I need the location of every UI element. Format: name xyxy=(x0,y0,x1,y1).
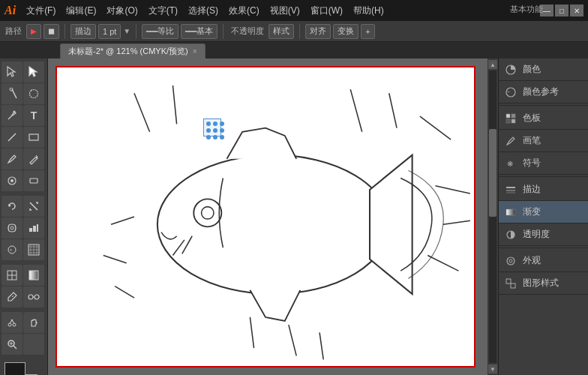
stroke-width-btn[interactable]: 1 pt xyxy=(98,24,121,39)
panel-color-label: 颜色 xyxy=(523,63,541,76)
add-btn[interactable]: + xyxy=(361,24,374,39)
svg-marker-1 xyxy=(29,67,37,76)
panel-swatches[interactable]: 色板 xyxy=(499,107,588,130)
window-controls: — □ ✕ xyxy=(540,4,584,16)
svg-point-55 xyxy=(194,199,221,226)
tool-direct-select[interactable] xyxy=(23,62,44,82)
tool-blend[interactable] xyxy=(23,286,44,308)
panel-appearance[interactable]: 外观 xyxy=(499,250,588,272)
document-tab[interactable]: 未标题-2* @ 121% (CMYK/预览) × xyxy=(60,44,206,58)
menu-effect[interactable]: 效果(C) xyxy=(224,3,264,19)
tool-shape[interactable] xyxy=(23,127,44,148)
tool-row-zoom xyxy=(2,334,46,355)
svg-line-28 xyxy=(12,296,14,297)
tool-zoom[interactable] xyxy=(2,334,22,355)
tool-type[interactable]: T xyxy=(23,105,44,126)
svg-rect-61 xyxy=(506,114,510,118)
panel-brushes[interactable]: 画笔 xyxy=(499,130,588,152)
tool-lasso[interactable] xyxy=(23,83,44,104)
close-button[interactable]: ✕ xyxy=(570,4,584,16)
panel-sep-2 xyxy=(499,176,588,177)
panel-appearance-label: 外观 xyxy=(523,254,541,267)
stroke-style-group: ━━━ 等比 ━━━ 基本 xyxy=(142,24,218,39)
panel-symbols[interactable]: ❋ 符号 xyxy=(499,152,588,175)
style-btn[interactable]: 样式 xyxy=(268,24,294,39)
tool-eraser[interactable] xyxy=(23,170,44,191)
tool-warp[interactable] xyxy=(2,218,22,238)
tool-paintbrush[interactable] xyxy=(2,148,22,170)
restore-button[interactable]: □ xyxy=(555,4,568,16)
panel-sep-3 xyxy=(499,248,588,248)
menu-select[interactable]: 选择(S) xyxy=(184,3,223,19)
panel-transparency[interactable]: 透明度 xyxy=(499,224,588,246)
scroll-track[interactable] xyxy=(489,70,496,363)
tool-magic-wand[interactable] xyxy=(2,83,22,104)
stroke-style2-btn[interactable]: ━━━ 基本 xyxy=(181,24,218,39)
tool-row-symbol: * xyxy=(2,239,46,260)
tool-graph[interactable] xyxy=(23,218,44,238)
menu-text[interactable]: 文字(T) xyxy=(144,3,182,19)
menu-edit[interactable]: 编辑(E) xyxy=(62,3,100,19)
tool-placeholder xyxy=(23,334,44,355)
tool-pen[interactable] xyxy=(2,105,22,126)
svg-line-51 xyxy=(111,217,134,224)
appearance-icon xyxy=(505,255,517,267)
svg-line-50 xyxy=(250,317,254,348)
tool-mesh[interactable] xyxy=(2,265,22,286)
tool-rotate[interactable] xyxy=(2,196,22,217)
main-layout: T xyxy=(0,58,588,375)
tool-line[interactable] xyxy=(2,127,22,148)
tool-hand[interactable] xyxy=(23,312,44,333)
svg-line-2 xyxy=(12,89,16,98)
stroke-style1-btn[interactable]: ━━━ 等比 xyxy=(142,24,178,39)
tool-symbol[interactable]: * xyxy=(2,239,22,260)
menu-object[interactable]: 对象(O) xyxy=(102,3,142,19)
color-guide-icon xyxy=(505,86,517,98)
opacity-label: 不透明度 xyxy=(229,26,266,37)
svg-point-30 xyxy=(34,295,39,299)
menu-view[interactable]: 视图(V) xyxy=(266,3,304,19)
align-btn[interactable]: 对齐 xyxy=(305,24,331,39)
panel-color[interactable]: 颜色 xyxy=(499,58,588,81)
svg-point-32 xyxy=(8,323,11,326)
panel-stroke[interactable]: 描边 xyxy=(499,178,588,201)
scroll-thumb[interactable] xyxy=(489,129,496,217)
tool-row-rotate xyxy=(2,196,46,217)
gradient-icon xyxy=(505,206,517,218)
tool-row-wand xyxy=(2,83,46,104)
tool-pencil[interactable] xyxy=(23,148,44,170)
svg-line-42 xyxy=(350,89,362,132)
svg-rect-12 xyxy=(29,228,32,232)
svg-rect-27 xyxy=(29,271,38,280)
shape-btn[interactable]: ◼ xyxy=(44,24,59,39)
svg-rect-69 xyxy=(506,209,515,215)
panel-gradient[interactable]: 渐变 xyxy=(499,201,588,224)
panel-graphic-styles[interactable]: 图形样式 xyxy=(499,272,588,295)
scroll-up-btn[interactable]: ▲ xyxy=(488,60,497,69)
tab-close-btn[interactable]: × xyxy=(193,47,197,56)
svg-line-52 xyxy=(104,255,127,262)
panel-color-guide[interactable]: 颜色参考 xyxy=(499,81,588,104)
tool-scale[interactable] xyxy=(23,196,44,217)
svg-marker-0 xyxy=(8,67,15,76)
tool-row-line xyxy=(2,127,46,148)
tool-gradient[interactable] xyxy=(23,265,44,286)
fg-color-swatch[interactable] xyxy=(4,362,26,375)
distribute-btn[interactable]: 变换 xyxy=(333,24,358,39)
tool-blob[interactable] xyxy=(2,170,22,191)
menu-help[interactable]: 帮助(H) xyxy=(349,3,388,19)
tool-scissors[interactable] xyxy=(2,312,22,333)
menu-window[interactable]: 窗口(W) xyxy=(306,3,347,19)
tool-select[interactable] xyxy=(2,62,22,82)
v-scrollbar[interactable]: ▲ ▼ xyxy=(488,58,498,375)
stroke-color-btn[interactable]: ▶ xyxy=(26,24,41,39)
artboard xyxy=(56,66,476,368)
tool-eyedropper[interactable] xyxy=(2,286,22,308)
svg-line-5 xyxy=(8,134,16,141)
draw-mode-btn[interactable]: 描边 xyxy=(70,24,96,39)
scroll-down-btn[interactable]: ▼ xyxy=(488,364,497,374)
svg-point-8 xyxy=(10,179,14,182)
svg-rect-9 xyxy=(30,178,38,183)
tool-column-graph[interactable] xyxy=(23,239,44,260)
menu-file[interactable]: 文件(F) xyxy=(22,3,60,19)
